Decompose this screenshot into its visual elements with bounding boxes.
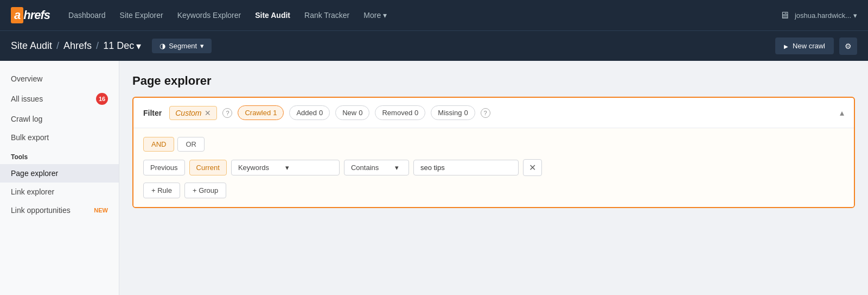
logic-row: AND OR [143,137,844,152]
sidebar-item-crawl-log[interactable]: Crawl log [0,110,119,128]
breadcrumb-right: New crawl ⚙ [775,37,857,55]
filter-value-input[interactable] [413,160,519,175]
and-button[interactable]: AND [143,137,174,152]
segment-icon: ◑ [159,42,165,50]
sidebar-item-link-explorer[interactable]: Link explorer [0,183,119,201]
add-row: + Rule + Group [143,183,844,198]
breadcrumb-left: Site Audit / Ahrefs / 11 Dec ◑ Segment [11,39,212,53]
previous-button[interactable]: Previous [143,160,185,175]
nav-site-audit[interactable]: Site Audit [250,8,296,23]
chevron-down-icon [853,11,857,20]
sidebar-item-all-issues[interactable]: All issues 16 [0,88,119,110]
filter-label: Filter [143,109,162,117]
chevron-down-icon [285,164,289,172]
sidebar-item-page-explorer[interactable]: Page explorer [0,164,119,183]
field-dropdown[interactable]: Keywords [231,160,340,175]
new-badge: NEW [94,207,108,214]
breadcrumb-bar: Site Audit / Ahrefs / 11 Dec ◑ Segment N… [0,30,868,61]
help-icon-2[interactable]: ? [481,108,490,118]
main-content: Page explorer Filter Custom ✕ ? Crawled … [119,61,868,295]
filter-card: Filter Custom ✕ ? Crawled 1 Added 0 New … [132,97,855,208]
user-menu[interactable]: joshua.hardwick... [795,11,857,20]
remove-rule-button[interactable]: ✕ [523,159,542,176]
nav-right: 🖥 joshua.hardwick... [780,10,857,21]
chevron-down-icon [383,11,387,20]
sidebar-item-bulk-export[interactable]: Bulk export [0,128,119,147]
filter-header: Filter Custom ✕ ? Crawled 1 Added 0 New … [133,98,854,128]
nav-keywords-explorer[interactable]: Keywords Explorer [172,8,247,23]
logo-hrefs: hrefs [23,8,50,22]
or-button[interactable]: OR [177,137,205,152]
filter-body: AND OR Previous Current Keywords Contain… [133,128,854,207]
breadcrumb-date[interactable]: 11 Dec [103,40,141,52]
logo-a: a [11,7,23,23]
issues-badge: 16 [96,93,108,105]
nav-left: ahrefs Dashboard Site Explorer Keywords … [11,7,392,23]
new-crawl-button[interactable]: New crawl [775,37,834,54]
add-group-button[interactable]: + Group [184,183,226,198]
collapse-icon[interactable] [840,108,844,118]
chevron-down-icon [395,164,399,172]
help-icon[interactable]: ? [222,108,232,118]
sidebar-item-link-opportunities[interactable]: Link opportunities NEW [0,201,119,219]
stat-missing[interactable]: Missing 0 [431,105,475,120]
breadcrumb-sep2: / [96,40,99,52]
stat-new[interactable]: New 0 [335,105,369,120]
tools-section-title: Tools [0,147,119,164]
main-layout: Overview All issues 16 Crawl log Bulk ex… [0,61,868,295]
play-icon [784,42,788,50]
gear-icon: ⚙ [845,42,852,51]
breadcrumb-sep1: / [56,40,59,52]
segment-button[interactable]: ◑ Segment [152,39,212,53]
page-title: Page explorer [132,74,855,88]
nav-more[interactable]: More [358,8,392,23]
top-navigation: ahrefs Dashboard Site Explorer Keywords … [0,0,868,30]
monitor-icon[interactable]: 🖥 [780,10,789,21]
nav-dashboard[interactable]: Dashboard [63,8,111,23]
settings-button[interactable]: ⚙ [839,37,857,55]
custom-filter-tag[interactable]: Custom ✕ [169,106,217,120]
filter-rule-row: Previous Current Keywords Contains ✕ [143,159,844,176]
breadcrumb-project[interactable]: Ahrefs [63,40,92,52]
breadcrumb: Site Audit / Ahrefs / 11 Dec [11,40,141,52]
sidebar-item-overview[interactable]: Overview [0,70,119,88]
condition-dropdown[interactable]: Contains [344,160,409,175]
chevron-down-icon [136,40,141,52]
close-icon[interactable]: ✕ [205,109,211,117]
add-rule-button[interactable]: + Rule [143,183,180,198]
breadcrumb-site-audit[interactable]: Site Audit [11,40,52,52]
close-icon: ✕ [529,163,536,172]
stat-crawled[interactable]: Crawled 1 [238,105,284,120]
sidebar: Overview All issues 16 Crawl log Bulk ex… [0,61,119,295]
logo[interactable]: ahrefs [11,7,50,23]
nav-site-explorer[interactable]: Site Explorer [114,8,169,23]
chevron-up-icon [840,108,844,117]
nav-rank-tracker[interactable]: Rank Tracker [299,8,355,23]
current-button[interactable]: Current [189,160,227,175]
username: joshua.hardwick... [795,11,851,20]
stat-removed[interactable]: Removed 0 [375,105,425,120]
stat-added[interactable]: Added 0 [289,105,330,120]
chevron-down-icon [200,42,204,50]
